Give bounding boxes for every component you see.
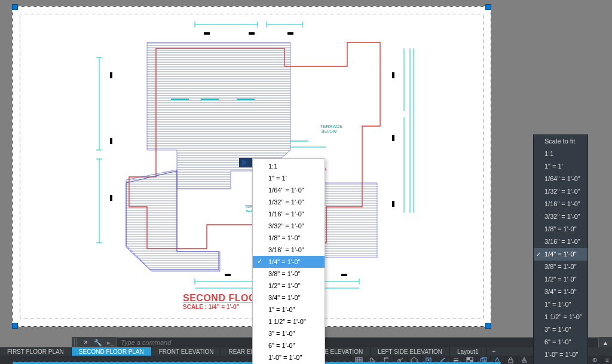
svg-rect-41: [204, 32, 210, 35]
viewport-scale-grip[interactable]: [239, 158, 252, 167]
drawing-canvas[interactable]: TERRACE BELOW TERRACE BELOW SECOND FLOOR…: [0, 0, 612, 337]
scale-option[interactable]: 1/4" = 1'-0": [253, 256, 325, 268]
layout-tab[interactable]: SECOND FLOOR PLAN: [72, 347, 152, 356]
svg-rect-43: [287, 32, 293, 35]
scale-option[interactable]: 3" = 1'-0": [253, 328, 325, 339]
scale-option[interactable]: 1:1: [253, 160, 325, 172]
add-layout-button[interactable]: +: [486, 347, 502, 356]
scale-option[interactable]: 1'-0" = 1'-0": [534, 348, 587, 361]
scale-option[interactable]: 1/16" = 1'-0": [534, 198, 587, 210]
terrace-label: TERRACE: [320, 124, 342, 129]
scale-option[interactable]: 1 1/2" = 1'-0": [253, 316, 325, 328]
scale-option[interactable]: 6" = 1'-0": [253, 339, 325, 351]
scale-option[interactable]: 3/8" = 1'-0": [534, 261, 587, 273]
svg-rect-40: [392, 201, 394, 207]
scale-option[interactable]: 3/32" = 1'-0": [253, 220, 325, 232]
scale-option[interactable]: 1/8" = 1'-0": [534, 223, 587, 235]
svg-rect-46: [341, 274, 347, 276]
command-prompt-icon: ▸_: [105, 339, 117, 347]
scale-option[interactable]: 3/16" = 1'-0": [534, 235, 587, 248]
viewport-grip-tl[interactable]: [12, 4, 18, 10]
scale-option[interactable]: 1" = 1': [253, 172, 325, 184]
scale-option[interactable]: 1/32" = 1'-0": [534, 185, 587, 198]
scale-option[interactable]: 3/16" = 1'-0": [253, 244, 325, 256]
scale-option[interactable]: 1/2" = 1'-0": [253, 280, 325, 292]
scale-option[interactable]: Custom...: [534, 361, 587, 364]
customization-menu-icon[interactable]: ≡: [602, 356, 612, 364]
lock-ui-icon[interactable]: [504, 356, 517, 364]
command-close-button[interactable]: ×: [80, 338, 91, 347]
scale-option[interactable]: 1/16" = 1'-0": [253, 208, 325, 220]
svg-point-58: [428, 359, 430, 361]
layout-tab[interactable]: FIRST FLOOR PLAN: [0, 347, 72, 356]
layout-tab[interactable]: FRONT ELEVATION: [152, 347, 222, 356]
svg-rect-35: [110, 72, 112, 78]
command-drag-handle[interactable]: [74, 338, 78, 347]
statusbar-scale-menu[interactable]: Scale to fit1:11" = 1'1/64" = 1'-0"1/32"…: [533, 134, 588, 364]
viewport-grip-tr[interactable]: [485, 4, 491, 10]
scale-option[interactable]: 1/8" = 1'-0": [253, 232, 325, 244]
scale-option[interactable]: Scale to fit: [534, 135, 587, 148]
viewport-grip-br[interactable]: [485, 323, 491, 329]
viewport-grip-bl[interactable]: [12, 323, 18, 329]
annotation-autoscale-icon[interactable]: [587, 356, 602, 364]
svg-rect-68: [509, 360, 513, 363]
svg-rect-38: [392, 72, 394, 78]
annotation-scale-icon[interactable]: A: [517, 356, 531, 364]
svg-rect-42: [249, 32, 255, 35]
viewport-scale-menu[interactable]: 1:11" = 1'1/64" = 1'-0"1/32" = 1'-0"1/16…: [252, 158, 325, 364]
scale-option[interactable]: 1/64" = 1'-0": [534, 173, 587, 185]
svg-rect-39: [392, 135, 394, 141]
svg-text:A: A: [523, 359, 525, 362]
command-history-button[interactable]: ▲: [599, 339, 612, 346]
scale-option[interactable]: 1" = 1': [534, 160, 587, 173]
scale-option[interactable]: 1/32" = 1'-0": [253, 196, 325, 208]
layout-tab[interactable]: LEFT SIDE ELEVATION: [371, 347, 450, 356]
command-line[interactable]: × 🔧 ▸_ ▲: [72, 337, 612, 348]
svg-rect-44: [225, 274, 231, 276]
scale-option[interactable]: 1" = 1'-0": [253, 304, 325, 316]
command-customize-icon[interactable]: 🔧: [91, 339, 105, 347]
svg-rect-36: [110, 138, 112, 144]
layout-tab[interactable]: Layout1: [450, 347, 486, 356]
scale-option[interactable]: 3/8" = 1'-0": [253, 268, 325, 280]
scale-option[interactable]: 1/4" = 1'-0": [534, 248, 587, 261]
scale-option[interactable]: 1" = 1'-0": [534, 298, 587, 311]
scale-option[interactable]: 6" = 1'-0": [534, 336, 587, 348]
terrace-sub: BELOW: [322, 129, 337, 133]
scale-option[interactable]: 1 1/2" = 1'-0": [534, 311, 587, 323]
scale-option[interactable]: 3" = 1'-0": [534, 323, 587, 336]
command-input[interactable]: [117, 337, 599, 348]
svg-rect-37: [110, 195, 112, 201]
scale-option[interactable]: 1:1: [534, 148, 587, 160]
scale-option[interactable]: 3/32" = 1'-0": [534, 210, 587, 223]
scale-option[interactable]: 3/4" = 1'-0": [253, 292, 325, 304]
scale-option[interactable]: 3/4" = 1'-0": [534, 286, 587, 298]
scale-option[interactable]: 1/64" = 1'-0": [253, 184, 325, 196]
scale-option[interactable]: 1'-0" = 1'-0": [253, 351, 325, 363]
scale-option[interactable]: 1/2" = 1'-0": [534, 273, 587, 286]
svg-rect-64: [467, 357, 470, 360]
